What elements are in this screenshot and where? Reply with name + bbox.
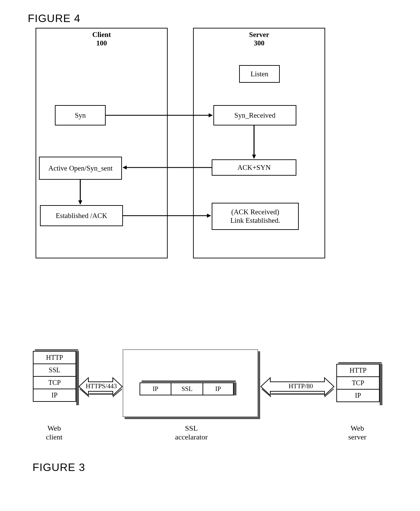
figure4-title: FIGURE 4	[28, 12, 81, 25]
ssl-row-ip2: IP	[203, 382, 234, 395]
server-header: Server 300	[234, 31, 285, 47]
server-name: Server	[249, 31, 269, 39]
arrow-left-label: HTTPS/443	[83, 382, 120, 390]
ssl-accel-label: SSL accelarator	[161, 424, 222, 441]
ssl-row-ip1: IP	[140, 382, 171, 395]
shadow-webclient-top	[35, 349, 78, 351]
shadow-sslrow-top	[142, 380, 236, 382]
web-server-layer-http: HTTP	[336, 364, 380, 376]
server-id: 300	[254, 39, 265, 47]
ack-received-box: (ACK Received) Link Established.	[212, 203, 299, 230]
syn-box: Syn	[55, 105, 106, 125]
web-server-stack: HTTP TCP IP	[336, 364, 380, 402]
web-server-layer-ip: IP	[336, 389, 380, 402]
syn-received-box: Syn_Received	[213, 105, 296, 125]
ssl-row-ssl: SSL	[171, 382, 203, 395]
client-name: Client	[92, 31, 111, 39]
listen-box: Listen	[239, 65, 280, 83]
web-client-label: Web client	[24, 424, 85, 441]
shadow-webserver-right	[380, 364, 382, 405]
web-server-layer-tcp: TCP	[336, 376, 380, 389]
shadow-webclient-right	[76, 351, 79, 405]
active-open-box: Active Open/Syn_sent	[39, 157, 122, 180]
web-client-layer-tcp: TCP	[33, 376, 76, 389]
web-client-layer-ip: IP	[33, 389, 76, 402]
web-client-layer-ssl: SSL	[33, 363, 76, 376]
ack-syn-box: ACK+SYN	[212, 159, 296, 176]
web-client-layer-http: HTTP	[33, 351, 76, 363]
arrow-right-label: HTTP/80	[284, 382, 318, 390]
web-server-label: Web server	[327, 424, 388, 441]
ssl-accel-row: IP SSL IP	[140, 382, 234, 395]
established-box: Established /ACK	[40, 205, 123, 226]
client-header: Client 100	[76, 31, 127, 47]
client-id: 100	[96, 39, 107, 47]
figure3-title: FIGURE 3	[33, 461, 85, 474]
shadow-webserver-top	[338, 362, 382, 363]
web-client-stack: HTTP SSL TCP IP	[33, 351, 76, 402]
ack-received-line1: (ACK Received)	[231, 208, 279, 216]
ack-received-line2: Link Established.	[230, 216, 280, 225]
shadow-sslrow-right	[234, 382, 236, 395]
